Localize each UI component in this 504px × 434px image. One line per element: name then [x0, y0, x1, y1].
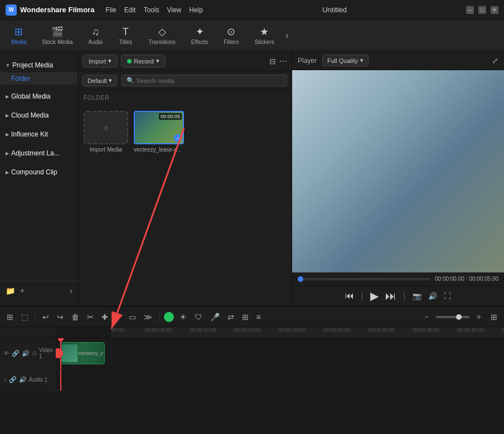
tool-media[interactable]: ⊞ Media: [4, 23, 33, 47]
filter-icon[interactable]: ⊟: [269, 57, 276, 66]
ruler-tick-8: 00:00:40:00: [457, 327, 484, 333]
menu-file[interactable]: File: [105, 6, 116, 14]
new-folder-icon[interactable]: 📁: [6, 286, 15, 295]
tl-add-icon[interactable]: ✚: [99, 311, 110, 323]
menu-view[interactable]: View: [167, 6, 181, 14]
snapshot-button[interactable]: 📷: [413, 292, 421, 300]
tl-shield-icon[interactable]: 🛡: [192, 311, 205, 323]
tl-select-icon[interactable]: ⬚: [19, 311, 31, 323]
video-hide-icon[interactable]: ⊙: [32, 350, 37, 357]
more-tools-button[interactable]: ›: [283, 28, 290, 43]
tl-list-icon[interactable]: ≡: [254, 311, 263, 323]
sidebar-item-folder[interactable]: Folder: [0, 72, 77, 85]
video-track-area[interactable]: vecteezy_vi...: [56, 338, 504, 368]
skip-back-button[interactable]: ⏮: [345, 291, 354, 301]
quality-label: Full Quality: [327, 57, 358, 64]
player-fullscreen-icon[interactable]: ⤢: [492, 56, 498, 65]
audio-note-icon[interactable]: ♪: [3, 377, 7, 383]
tl-record-button[interactable]: [164, 312, 174, 322]
tl-zoom-in-icon[interactable]: ＋: [473, 311, 485, 323]
audio-track-area[interactable]: [56, 369, 504, 391]
expand-arrow-compound-icon: ▶: [6, 170, 9, 175]
tl-more-icon[interactable]: ≫: [142, 311, 154, 323]
maximize-button[interactable]: □: [478, 6, 486, 14]
search-input[interactable]: [137, 77, 282, 84]
media-clip-item[interactable]: 00:00:05 ✓ vecteezy_lease-rental-...: [134, 111, 184, 153]
tool-stock-media[interactable]: 🎬 Stock Media: [35, 23, 79, 47]
import-media-item[interactable]: ＋ Import Media: [84, 111, 128, 153]
close-button[interactable]: ✕: [491, 6, 498, 14]
tl-sun-icon[interactable]: ☀: [177, 311, 189, 323]
tl-layout-icon[interactable]: ⊞: [4, 311, 16, 323]
tl-redo-icon[interactable]: ↪: [55, 311, 66, 323]
record-label: Record: [134, 58, 153, 65]
tool-audio[interactable]: ♫ Audio: [81, 24, 109, 47]
minimize-button[interactable]: ─: [466, 6, 474, 14]
import-button[interactable]: Import ▾: [83, 55, 118, 67]
tool-effects[interactable]: ✦ Effects: [185, 23, 215, 47]
sidebar-item-global-media[interactable]: ▶ Global Media: [0, 89, 77, 104]
left-bracket-button[interactable]: {: [361, 291, 364, 300]
expand-arrow-global-icon: ▶: [6, 94, 9, 99]
search-box[interactable]: 🔍: [122, 75, 287, 86]
tool-filters[interactable]: ⊙ Filters: [217, 23, 245, 47]
default-sort-button[interactable]: Default ▾: [83, 75, 117, 86]
record-button[interactable]: Record ▾: [121, 55, 165, 67]
audio-vol-icon[interactable]: 🔊: [19, 376, 27, 383]
tl-text-icon[interactable]: T: [114, 311, 123, 323]
tl-delete-icon[interactable]: 🗑: [69, 311, 81, 323]
content-more-icon[interactable]: ⋯: [279, 57, 287, 66]
video-clip[interactable]: vecteezy_vi...: [60, 342, 105, 364]
video-eye-icon[interactable]: 👁: [3, 350, 9, 357]
tl-fit-icon[interactable]: ⊞: [488, 311, 500, 323]
logo-icon: W: [6, 4, 17, 16]
sidebar-section-influence: ▶ Influence Kit: [0, 125, 77, 144]
quality-selector[interactable]: Full Quality ▾: [322, 55, 369, 66]
video-volume-icon[interactable]: 🔊: [22, 350, 30, 357]
tool-transitions[interactable]: ◇ Transitions: [142, 23, 182, 47]
ruler-tick-5: 00:00:25:00: [323, 327, 350, 333]
audio-track-name: Audio 1: [29, 377, 48, 383]
video-track-label: 👁 🔗 🔊 ⊙ Video 1: [0, 338, 56, 368]
transitions-icon: ◇: [158, 26, 166, 38]
menu-tools[interactable]: Tools: [143, 6, 159, 14]
tool-titles[interactable]: T Titles: [112, 24, 139, 47]
progress-bar[interactable]: [298, 278, 430, 280]
tool-stickers[interactable]: ★ Stickers: [248, 23, 281, 47]
tl-crop-icon[interactable]: ▭: [127, 311, 138, 323]
tl-zoom-out-icon[interactable]: －: [420, 311, 433, 323]
menu-edit[interactable]: Edit: [124, 6, 136, 14]
right-bracket-button[interactable]: }: [403, 291, 406, 300]
menu-bar: File Edit Tools View Help: [105, 6, 203, 14]
sidebar-item-project-media[interactable]: ▼ Project Media: [0, 58, 77, 72]
default-chevron-icon: ▾: [109, 77, 112, 84]
tl-divider-2: [159, 312, 159, 322]
timeline-ruler: 00:00 00:00:05:00 00:00:10:00 00:00:15:0…: [112, 327, 504, 338]
add-icon[interactable]: ＋: [18, 286, 26, 296]
tool-transitions-label: Transitions: [148, 39, 176, 45]
sidebar-item-compound-clip[interactable]: ▶ Compound Clip: [0, 165, 77, 179]
audio-link-icon[interactable]: 🔗: [9, 376, 17, 383]
tl-swap-icon[interactable]: ⇄: [225, 311, 236, 323]
tl-undo-icon[interactable]: ↩: [40, 311, 51, 323]
sidebar-item-cloud-media[interactable]: ▶ Cloud Media: [0, 108, 77, 123]
zoom-bar[interactable]: [436, 316, 469, 318]
clip-inner: vecteezy_vi...: [61, 343, 104, 364]
collapse-sidebar-icon[interactable]: ‹: [70, 286, 72, 295]
menu-help[interactable]: Help: [189, 6, 203, 14]
fullscreen-button[interactable]: ⛶: [444, 292, 451, 300]
import-media-box[interactable]: ＋: [84, 111, 128, 144]
play-button[interactable]: ▶: [370, 289, 379, 303]
folder-section-label: FOLDER: [78, 90, 292, 105]
volume-button[interactable]: 🔊: [428, 292, 437, 300]
skip-forward-button[interactable]: ⏭: [385, 290, 396, 303]
expand-arrow-icon: ▼: [6, 63, 10, 68]
tl-mic-icon[interactable]: 🎤: [208, 311, 222, 323]
tl-grid-icon[interactable]: ⊞: [240, 311, 251, 323]
video-lock-icon[interactable]: 🔗: [12, 350, 20, 357]
timeline-toolbar: ⊞ ⬚ ↩ ↪ 🗑 ✂ ✚ T ▭ ≫ ☀ 🛡 🎤 ⇄ ⊞ ≡ － ＋ ⊞: [0, 307, 504, 327]
sidebar-item-influence-kit[interactable]: ▶ Influence Kit: [0, 127, 77, 142]
tl-cut-icon[interactable]: ✂: [85, 311, 96, 323]
sidebar-item-adjustment[interactable]: ▶ Adjustment La...: [0, 146, 77, 160]
titles-icon: T: [123, 26, 129, 38]
